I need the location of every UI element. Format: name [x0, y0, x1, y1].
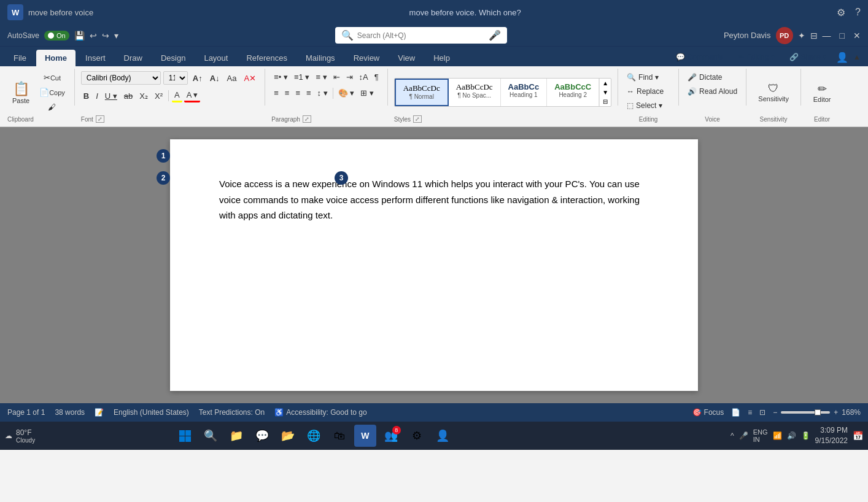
cut-button[interactable]: ✂ Cut: [36, 71, 68, 84]
annotation-2[interactable]: 2: [157, 171, 170, 185]
document-content[interactable]: Voice access is a new experience on Wind…: [219, 176, 649, 223]
designer-icon[interactable]: ✦: [798, 31, 805, 41]
language-indicator[interactable]: ENGIN: [753, 428, 768, 443]
search-box[interactable]: 🔍 🎤: [335, 27, 507, 44]
tab-view[interactable]: View: [389, 50, 424, 66]
decrease-indent-button[interactable]: ⇤: [331, 71, 343, 83]
ribbon-collapse-button[interactable]: ▲: [853, 53, 861, 61]
style-heading2[interactable]: AaBbCcC Heading 2: [547, 79, 599, 106]
settings-taskbar-button[interactable]: ⚙: [406, 425, 428, 447]
replace-button[interactable]: ↔ Replace: [624, 85, 672, 98]
font-color-button[interactable]: A ▾: [184, 89, 201, 102]
people-taskbar-button[interactable]: 👤: [432, 425, 454, 447]
read-aloud-button[interactable]: 🔊 Read Aloud: [685, 85, 740, 98]
share-button[interactable]: 🔗 Share ▾: [785, 50, 831, 64]
tab-review[interactable]: Review: [345, 50, 389, 66]
chevron-up-icon[interactable]: ^: [730, 431, 734, 440]
align-right-button[interactable]: ≡: [293, 87, 303, 99]
save-button[interactable]: 💾: [74, 31, 85, 41]
grow-font-button[interactable]: A↑: [190, 72, 205, 84]
file-explorer2-button[interactable]: 📂: [277, 425, 299, 447]
annotation-3[interactable]: 3: [335, 171, 348, 185]
zoom-in-icon[interactable]: +: [834, 408, 838, 417]
search-taskbar-button[interactable]: 🔍: [200, 425, 222, 447]
line-spacing-button[interactable]: ↕ ▾: [315, 87, 330, 99]
web-layout-icon[interactable]: ⊡: [759, 408, 765, 417]
store-button[interactable]: 🛍: [328, 425, 351, 447]
split-view-icon[interactable]: ⊟: [810, 31, 818, 41]
notification-icon[interactable]: 📅: [853, 431, 863, 441]
tab-references[interactable]: References: [238, 50, 295, 66]
styles-dialog-icon[interactable]: ⤢: [413, 115, 422, 123]
edge-button[interactable]: 🌐: [303, 425, 325, 447]
profile-button[interactable]: 👤: [836, 52, 848, 63]
proofread-icon[interactable]: 📝: [95, 408, 104, 417]
subscript-button[interactable]: X₂: [137, 90, 150, 102]
find-button[interactable]: 🔍 Find ▾: [624, 71, 672, 83]
sort-button[interactable]: ↕A: [357, 71, 371, 83]
search-input[interactable]: [357, 31, 485, 40]
strikethrough-button[interactable]: ab: [122, 90, 135, 102]
styles-scroll-down[interactable]: ▼: [600, 88, 611, 97]
justify-button[interactable]: ≡: [304, 87, 314, 99]
text-predictions[interactable]: Text Predictions: On: [199, 408, 265, 417]
underline-button[interactable]: U ▾: [103, 90, 120, 102]
accessibility-status[interactable]: ♿ Accessibility: Good to go: [274, 408, 366, 417]
sensitivity-button[interactable]: 🛡 Sensitivity: [753, 80, 794, 105]
shading-button[interactable]: 🎨 ▾: [336, 87, 357, 99]
change-case-button[interactable]: Aa: [225, 72, 239, 84]
font-family-select[interactable]: Calibri (Body): [81, 71, 161, 85]
annotation-1[interactable]: 1: [157, 149, 170, 163]
teams-taskbar-button[interactable]: 👥 8: [380, 425, 402, 447]
font-size-select[interactable]: 11: [163, 71, 188, 85]
align-center-button[interactable]: ≡: [282, 87, 292, 99]
format-painter-button[interactable]: 🖌: [36, 101, 68, 114]
superscript-button[interactable]: X²: [152, 90, 165, 102]
read-mode-icon[interactable]: 📄: [731, 408, 740, 417]
numbering-button[interactable]: ≡1 ▾: [292, 71, 312, 83]
tab-insert[interactable]: Insert: [77, 50, 114, 66]
dictate-button[interactable]: 🎤 Dictate: [685, 71, 740, 83]
word-count[interactable]: 38 words: [55, 408, 85, 417]
increase-indent-button[interactable]: ⇥: [344, 71, 355, 83]
tab-design[interactable]: Design: [152, 50, 194, 66]
styles-scroll-up[interactable]: ▲: [600, 79, 611, 88]
tab-draw[interactable]: Draw: [115, 50, 151, 66]
copy-button[interactable]: 📄 Copy: [36, 86, 68, 99]
editing-button[interactable]: ✏ Editing ▾: [733, 50, 780, 64]
language-label[interactable]: English (United States): [114, 408, 189, 417]
mic-systray-icon[interactable]: 🎤: [739, 431, 748, 440]
tab-home[interactable]: Home: [36, 50, 76, 66]
tab-layout[interactable]: Layout: [195, 50, 236, 66]
style-normal[interactable]: AaBbCcDc ¶ Normal: [395, 79, 449, 106]
customize-qa-button[interactable]: ▾: [114, 31, 118, 41]
help-icon[interactable]: ?: [855, 7, 861, 18]
wifi-icon[interactable]: 📶: [773, 431, 782, 440]
maximize-button[interactable]: □: [840, 31, 845, 41]
highlight-button[interactable]: A: [172, 89, 182, 102]
clock[interactable]: 3:09 PM 9/15/2022: [815, 425, 848, 446]
minimize-button[interactable]: —: [823, 31, 831, 41]
comments-button[interactable]: 💬 Comments: [671, 50, 728, 64]
tab-file[interactable]: File: [5, 50, 35, 66]
microphone-icon[interactable]: 🎤: [489, 29, 501, 41]
avatar[interactable]: PD: [776, 27, 793, 44]
teams-chat-button[interactable]: 💬: [251, 425, 273, 447]
zoom-thumb[interactable]: [815, 409, 821, 415]
styles-more[interactable]: ⊟: [600, 97, 611, 106]
para-dialog-icon[interactable]: ⤢: [303, 115, 311, 123]
page-info[interactable]: Page 1 of 1: [7, 408, 45, 417]
paste-button[interactable]: 📋 Paste: [7, 79, 34, 107]
borders-button[interactable]: ⊞ ▾: [358, 87, 376, 99]
multilevel-button[interactable]: ≡ ▾: [313, 71, 329, 83]
file-explorer-button[interactable]: 📁: [225, 425, 247, 447]
italic-button[interactable]: I: [93, 90, 101, 102]
shrink-font-button[interactable]: A↓: [207, 72, 222, 84]
redo-button[interactable]: ↪: [102, 31, 109, 41]
word-taskbar-button[interactable]: W: [354, 425, 376, 447]
style-no-spacing[interactable]: AaBbCcDc ¶ No Spac...: [449, 79, 501, 106]
start-button[interactable]: [174, 425, 196, 447]
editor-button[interactable]: ✏ Editor: [808, 80, 836, 106]
style-heading1[interactable]: AaBbCc Heading 1: [501, 79, 548, 106]
volume-icon[interactable]: 🔊: [787, 431, 796, 440]
